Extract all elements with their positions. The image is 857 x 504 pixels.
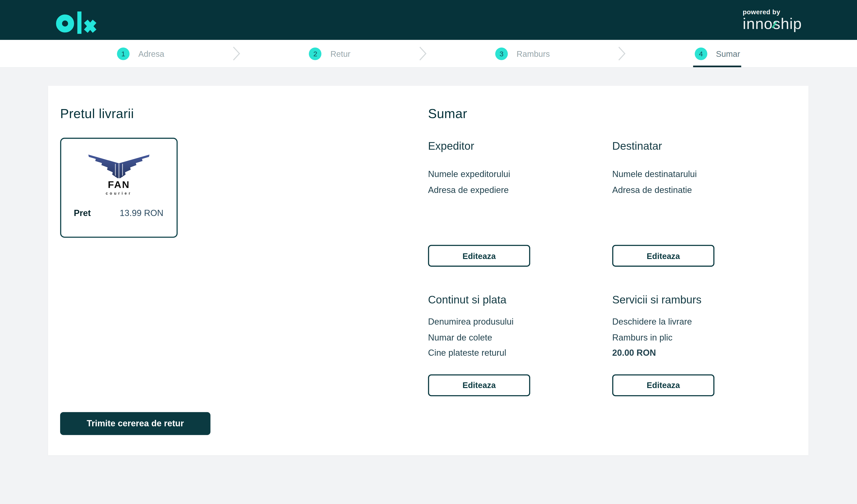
edit-destinatar-button[interactable]: Editeaza [612,245,715,267]
summary-line: Numele destinatarului [612,167,697,183]
section-title: Continut si plata [428,293,506,306]
summary-line: Deschidere la livrare [612,314,692,330]
step-3-circle: 3 [495,47,508,60]
edit-servicii-button[interactable]: Editeaza [612,374,715,396]
section-destinatar: Destinatar Numele destinatarului Adresa … [612,140,796,267]
step-4-label: Sumar [716,49,740,58]
step-adresa[interactable]: 1 Adresa [117,40,164,67]
step-2-circle: 2 [309,47,322,60]
summary-line: Adresa de destinatie [612,182,692,198]
olx-logo-icon [55,6,100,34]
chevron-right-icon [618,45,627,62]
summary-line: Denumirea produsului [428,314,514,330]
powered-by-label: powered by [743,9,780,15]
section-expeditor: Expeditor Numele expeditorului Adresa de… [428,140,612,267]
summary-line: Adresa de expediere [428,182,509,198]
app-header: powered by innoship [0,0,857,40]
innoship-brand: powered by innoship [743,9,802,32]
summary-line: Numar de colete [428,330,492,346]
step-sumar[interactable]: 4 Sumar [695,40,740,67]
chevron-right-icon [232,45,241,62]
section-title: Destinatar [612,140,662,152]
step-3-label: Ramburs [517,49,550,58]
summary-pane: Sumar Expeditor Numele expeditorului Adr… [428,86,808,455]
courier-option-card[interactable]: FAN courier Pret 13.99 RON [60,138,178,238]
price-value: 13.99 RON [120,208,164,218]
step-retur[interactable]: 2 Retur [309,40,351,67]
step-ramburs[interactable]: 3 Ramburs [495,40,550,67]
fan-courier-logo-text: FAN [108,180,130,190]
price-label: Pret [74,208,91,218]
fan-courier-wings-icon [86,153,152,179]
section-servicii-si-ramburs: Servicii si ramburs Deschidere la livrar… [612,293,796,396]
price-row: Pret 13.99 RON [61,208,177,218]
summary-line: Ramburs in plic [612,330,673,346]
edit-expeditor-button[interactable]: Editeaza [428,245,530,267]
section-title: Expeditor [428,140,474,152]
section-continut-si-plata: Continut si plata Denumirea produsului N… [428,293,612,396]
fan-courier-logo-subtext: courier [106,191,132,195]
summary-title: Sumar [428,107,808,121]
edit-continut-button[interactable]: Editeaza [428,374,530,396]
step-1-label: Adresa [138,49,164,58]
delivery-price-title: Pretul livrarii [60,107,428,121]
submit-return-request-button[interactable]: Trimite cererea de retur [60,412,211,435]
delivery-price-pane: Pretul livrarii [48,86,428,455]
step-2-label: Retur [330,49,350,58]
chevron-right-icon [419,45,427,62]
step-4-circle: 4 [695,47,707,60]
summary-line: Numele expeditorului [428,167,510,183]
innoship-logo-text: innoship [743,15,802,32]
main-card: Pretul livrarii [48,86,808,455]
stepper: 1 Adresa 2 Retur 3 Ramburs 4 Suma [0,40,857,68]
page-root: powered by innoship 1 Adresa 2 Retur [0,0,857,504]
step-1-circle: 1 [117,47,130,60]
ramburs-amount: 20.00 RON [612,346,656,361]
section-title: Servicii si ramburs [612,293,702,306]
summary-line: Cine plateste returul [428,346,506,361]
